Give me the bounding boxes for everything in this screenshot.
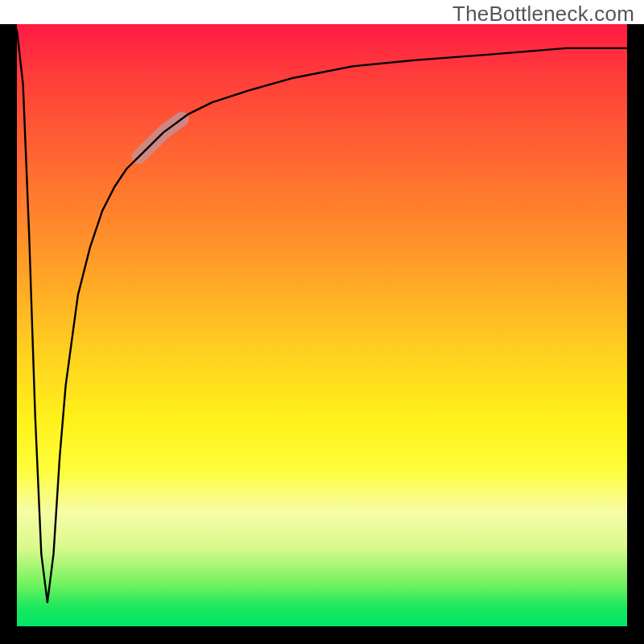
curve-svg [17, 24, 627, 626]
plot-frame [0, 24, 644, 644]
chart-stage: TheBottleneck.com [0, 0, 644, 644]
curve-line [17, 31, 627, 603]
watermark-label: TheBottleneck.com [452, 2, 634, 27]
plot-area [17, 24, 627, 626]
